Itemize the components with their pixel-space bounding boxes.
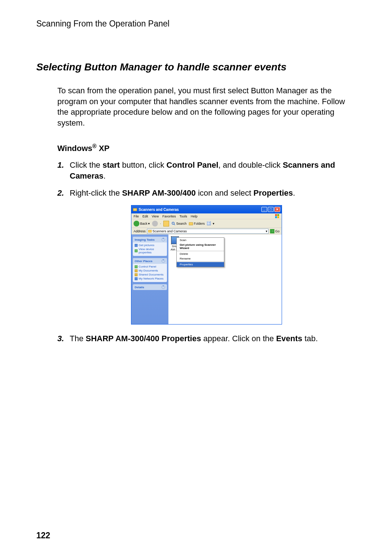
svg-rect-8 xyxy=(207,221,211,225)
menu-separator xyxy=(177,251,224,251)
address-field[interactable]: Scanners and Cameras ▾ xyxy=(147,229,269,234)
address-value: Scanners and Cameras xyxy=(152,229,187,233)
sidebar-item-control-panel[interactable]: Control Panel xyxy=(135,265,165,268)
sidebar-item-my-documents[interactable]: My Documents xyxy=(135,269,165,272)
menu-edit[interactable]: Edit xyxy=(143,215,148,218)
step-number: 2. xyxy=(57,188,70,199)
close-button[interactable]: ✕ xyxy=(274,207,280,212)
svg-rect-3 xyxy=(275,216,277,218)
window-icon xyxy=(133,207,137,212)
maximize-button[interactable]: □ xyxy=(268,207,274,212)
up-folder-icon[interactable] xyxy=(163,221,169,227)
svg-line-6 xyxy=(174,224,175,225)
step-1: 1. Click the start button, click Control… xyxy=(57,160,356,181)
views-icon xyxy=(207,221,212,226)
imaging-tasks-panel: Imaging Tasks˄ Get pictures View device … xyxy=(133,237,167,256)
step-number: 3. xyxy=(57,333,70,344)
go-button[interactable]: →Go xyxy=(270,229,279,233)
subhead-prefix: Windows xyxy=(57,144,92,153)
search-button[interactable]: Search xyxy=(171,221,187,226)
section-title: Selecting Button Manager to handle scann… xyxy=(36,61,356,73)
svg-rect-1 xyxy=(275,214,277,216)
window-title: Scanners and Cameras xyxy=(139,208,179,212)
collapse-icon[interactable]: ˄ xyxy=(162,259,165,263)
svg-rect-11 xyxy=(208,224,208,224)
svg-rect-12 xyxy=(209,224,210,224)
menu-help[interactable]: Help xyxy=(191,215,197,218)
os-subheading: Windows® XP xyxy=(57,143,356,153)
svg-rect-7 xyxy=(189,223,193,225)
menu-item-properties[interactable]: Properties xyxy=(177,262,224,267)
views-button[interactable]: ▾ xyxy=(207,221,215,226)
svg-rect-10 xyxy=(209,222,210,223)
windows-flag-icon xyxy=(275,214,279,219)
page-number: 122 xyxy=(36,531,50,540)
menu-item-rename[interactable]: Rename xyxy=(177,256,224,261)
collapse-icon[interactable]: ˄ xyxy=(162,238,165,241)
page-header: Scanning From the Operation Panel xyxy=(36,19,356,29)
step-text: The SHARP AM-300/400 Properties appear. … xyxy=(70,333,356,344)
menu-view[interactable]: View xyxy=(152,215,159,218)
window-titlebar: Scanners and Cameras _ □ ✕ xyxy=(131,205,282,213)
menu-bar: File Edit View Favorites Tools Help xyxy=(131,213,282,219)
other-places-panel: Other Places˄ Control Panel My Documents… xyxy=(133,258,167,282)
details-panel: Details˅ xyxy=(133,284,167,290)
menu-item-delete[interactable]: Delete xyxy=(177,252,224,256)
menu-favorites[interactable]: Favorites xyxy=(162,215,176,218)
menu-item-scanner-wizard[interactable]: Get picture using Scanner Wizard xyxy=(177,242,224,250)
svg-rect-2 xyxy=(277,214,279,216)
separator: · xyxy=(160,222,161,225)
folder-icon xyxy=(135,265,138,268)
address-bar: Address Scanners and Cameras ▾ →Go xyxy=(131,228,282,234)
window-buttons: _ □ ✕ xyxy=(261,207,280,212)
menu-item-scan[interactable]: Scan xyxy=(177,238,224,242)
intro-paragraph: To scan from the operation panel, you mu… xyxy=(57,85,356,128)
svg-rect-4 xyxy=(277,216,279,218)
menu-separator xyxy=(177,261,224,262)
screenshot-window: Scanners and Cameras _ □ ✕ File Edit Vie… xyxy=(131,205,282,325)
minimize-button[interactable]: _ xyxy=(261,207,267,212)
folder-icon xyxy=(135,269,138,272)
properties-icon xyxy=(135,249,138,252)
step-text: Right-click the SHARP AM-300/400 icon an… xyxy=(70,188,356,199)
folders-button[interactable]: Folders xyxy=(189,221,205,226)
step-number: 1. xyxy=(57,160,70,181)
svg-rect-0 xyxy=(133,208,137,211)
sidebar-item-get-pictures[interactable]: Get pictures xyxy=(135,244,165,247)
address-icon xyxy=(148,229,152,233)
folder-icon xyxy=(189,221,193,226)
side-panel: Imaging Tasks˄ Get pictures View device … xyxy=(131,234,168,324)
step-text: Click the start button, click Control Pa… xyxy=(70,160,356,181)
content-area: SHA AM-30 Scan Get picture using Scanner… xyxy=(168,234,282,324)
folder-icon xyxy=(135,273,138,276)
address-label: Address xyxy=(134,229,146,233)
steps-list: 1. Click the start button, click Control… xyxy=(57,160,356,344)
toolbar: Back ▾ · Search Folders ▾ xyxy=(131,219,282,228)
menu-file[interactable]: File xyxy=(134,215,139,218)
sidebar-item-shared-documents[interactable]: Shared Documents xyxy=(135,273,165,276)
sidebar-item-network-places[interactable]: My Network Places xyxy=(135,277,165,280)
step-3: 3. The SHARP AM-300/400 Properties appea… xyxy=(57,333,356,344)
menu-tools[interactable]: Tools xyxy=(179,215,187,218)
context-menu: Scan Get picture using Scanner Wizard De… xyxy=(176,237,224,267)
back-button[interactable]: Back ▾ xyxy=(134,221,150,227)
expand-icon[interactable]: ˅ xyxy=(162,285,165,289)
figure-wrapper: Scanners and Cameras _ □ ✕ File Edit Vie… xyxy=(57,205,356,325)
network-icon xyxy=(135,277,138,280)
subhead-suffix: XP xyxy=(97,144,109,153)
forward-button[interactable] xyxy=(152,221,158,227)
svg-rect-13 xyxy=(148,230,152,232)
registered-mark: ® xyxy=(92,143,97,149)
svg-rect-9 xyxy=(208,222,208,223)
window-body: Imaging Tasks˄ Get pictures View device … xyxy=(131,234,282,324)
search-icon xyxy=(171,221,176,226)
sidebar-item-device-properties[interactable]: View device properties xyxy=(135,248,165,254)
picture-icon xyxy=(135,244,138,247)
step-2: 2. Right-click the SHARP AM-300/400 icon… xyxy=(57,188,356,199)
